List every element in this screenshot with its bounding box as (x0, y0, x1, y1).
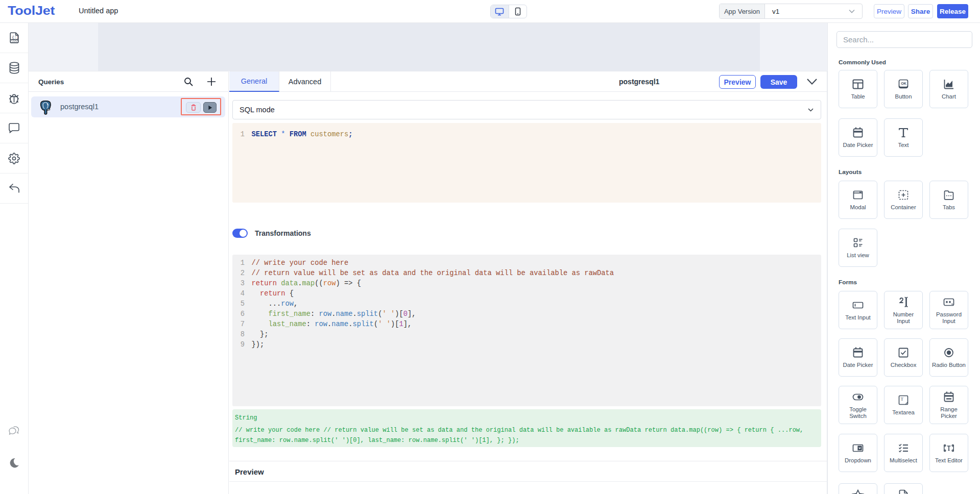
svg-text:T: T (901, 397, 904, 402)
svg-text:OK: OK (901, 82, 906, 85)
svg-text:{:}: {:} (12, 35, 19, 39)
